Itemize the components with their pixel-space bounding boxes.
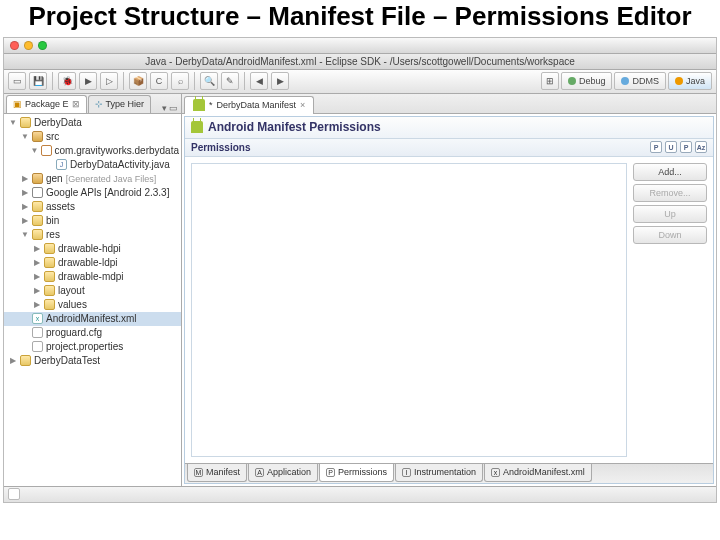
remove-button[interactable]: Remove... bbox=[633, 184, 707, 202]
tree-item-label: DerbyDataTest bbox=[34, 355, 100, 366]
permissions-section-header[interactable]: Permissions P U P Az bbox=[185, 139, 713, 157]
tab-package-explorer[interactable]: ▣ Package E ⊠ bbox=[6, 95, 87, 113]
tree-item[interactable]: ▼com.gravityworks.derbydata bbox=[4, 144, 181, 158]
nav-fwd-button[interactable]: ▶ bbox=[271, 72, 289, 90]
up-button[interactable]: Up bbox=[633, 205, 707, 223]
tree-item[interactable]: JDerbyDataActivity.java bbox=[4, 158, 181, 172]
tree-item[interactable]: ▶values bbox=[4, 298, 181, 312]
tree-item-label: gen bbox=[46, 173, 63, 184]
tree-item[interactable]: ▶drawable-hdpi bbox=[4, 242, 181, 256]
tree-item-label: src bbox=[46, 131, 59, 142]
tree-item-label: layout bbox=[58, 285, 85, 296]
proj-icon bbox=[20, 117, 31, 128]
tab-icon: M bbox=[194, 468, 203, 477]
editor-tab-manifest[interactable]: *DerbyData Manifest × bbox=[184, 96, 314, 114]
debug-button[interactable]: 🐞 bbox=[58, 72, 76, 90]
search-button[interactable]: 🔍 bbox=[200, 72, 218, 90]
tree-item-label: drawable-ldpi bbox=[58, 257, 117, 268]
tree-item[interactable]: ▶Google APIs [Android 2.3.3] bbox=[4, 186, 181, 200]
bottom-tab-permissions[interactable]: PPermissions bbox=[319, 464, 394, 482]
nav-back-button[interactable]: ◀ bbox=[250, 72, 268, 90]
project-tree[interactable]: ▼DerbyData▼src▼com.gravityworks.derbydat… bbox=[4, 114, 181, 486]
window-title: Java - DerbyData/AndroidManifest.xml - E… bbox=[4, 54, 716, 70]
disclosure-icon[interactable]: ▶ bbox=[21, 216, 29, 225]
annotation-button[interactable]: ✎ bbox=[221, 72, 239, 90]
view-menu-icon[interactable]: ▾ bbox=[162, 103, 167, 113]
minimize-icon[interactable] bbox=[24, 41, 33, 50]
sort-icon[interactable]: Az bbox=[695, 141, 707, 153]
disclosure-icon[interactable]: ▶ bbox=[33, 244, 41, 253]
zoom-icon[interactable] bbox=[38, 41, 47, 50]
save-button[interactable]: 💾 bbox=[29, 72, 47, 90]
close-icon[interactable] bbox=[10, 41, 19, 50]
tree-item[interactable]: ▶gen [Generated Java Files] bbox=[4, 172, 181, 186]
perspective-debug[interactable]: Debug bbox=[561, 72, 613, 90]
permissions-list[interactable] bbox=[191, 163, 627, 457]
disclosure-icon[interactable]: ▼ bbox=[21, 132, 29, 141]
bottom-tab-application[interactable]: AApplication bbox=[248, 464, 318, 482]
run-button[interactable]: ▶ bbox=[79, 72, 97, 90]
open-perspective-button[interactable]: ⊞ bbox=[541, 72, 559, 90]
disclosure-icon[interactable]: ▶ bbox=[21, 188, 29, 197]
tree-item[interactable]: proguard.cfg bbox=[4, 326, 181, 340]
new-package-button[interactable]: 📦 bbox=[129, 72, 147, 90]
android-icon bbox=[193, 99, 205, 111]
tree-item[interactable]: ▼src bbox=[4, 130, 181, 144]
folder-icon bbox=[44, 257, 55, 268]
tree-item-label: values bbox=[58, 299, 87, 310]
perspective-ddms[interactable]: DDMS bbox=[614, 72, 666, 90]
open-type-button[interactable]: ⌕ bbox=[171, 72, 189, 90]
disclosure-icon[interactable]: ▼ bbox=[31, 146, 39, 155]
disclosure-icon[interactable]: ▶ bbox=[33, 258, 41, 267]
tree-item-label: assets bbox=[46, 201, 75, 212]
tree-item[interactable]: xAndroidManifest.xml bbox=[4, 312, 181, 326]
tree-item[interactable]: ▶bin bbox=[4, 214, 181, 228]
disclosure-icon[interactable]: ▶ bbox=[33, 272, 41, 281]
minimize-view-icon[interactable]: ▭ bbox=[169, 103, 178, 113]
disclosure-icon[interactable]: ▶ bbox=[21, 202, 29, 211]
permission-icon[interactable]: P bbox=[650, 141, 662, 153]
bottom-tab-androidmanifest-xml[interactable]: xAndroidManifest.xml bbox=[484, 464, 592, 482]
proj-icon bbox=[20, 355, 31, 366]
permission-group-icon[interactable]: P bbox=[680, 141, 692, 153]
uses-permission-icon[interactable]: U bbox=[665, 141, 677, 153]
down-button[interactable]: Down bbox=[633, 226, 707, 244]
xml-icon: x bbox=[32, 313, 43, 324]
close-tab-icon[interactable]: × bbox=[300, 100, 305, 110]
disclosure-icon[interactable]: ▶ bbox=[21, 174, 29, 183]
tree-item[interactable]: ▶layout bbox=[4, 284, 181, 298]
new-button[interactable]: ▭ bbox=[8, 72, 26, 90]
folder-icon bbox=[44, 299, 55, 310]
tree-item[interactable]: project.properties bbox=[4, 340, 181, 354]
slide-title: Project Structure – Manifest File – Perm… bbox=[0, 0, 720, 37]
tab-icon: A bbox=[255, 468, 264, 477]
perspective-switcher: ⊞ Debug DDMS Java bbox=[541, 72, 712, 90]
disclosure-icon[interactable]: ▶ bbox=[33, 300, 41, 309]
perspective-java[interactable]: Java bbox=[668, 72, 712, 90]
tree-item[interactable]: ▼res bbox=[4, 228, 181, 242]
tree-item-label: drawable-hdpi bbox=[58, 243, 121, 254]
disclosure-icon[interactable]: ▶ bbox=[33, 286, 41, 295]
run-ext-button[interactable]: ▷ bbox=[100, 72, 118, 90]
add-button[interactable]: Add... bbox=[633, 163, 707, 181]
disclosure-icon[interactable]: ▶ bbox=[9, 356, 17, 365]
tree-item-label: Google APIs [Android 2.3.3] bbox=[46, 187, 169, 198]
tree-item[interactable]: ▶DerbyDataTest bbox=[4, 354, 181, 368]
disclosure-icon[interactable]: ▼ bbox=[21, 230, 29, 239]
disclosure-icon[interactable]: ▼ bbox=[9, 118, 17, 127]
tree-item[interactable]: ▶drawable-ldpi bbox=[4, 256, 181, 270]
bottom-tab-manifest[interactable]: MManifest bbox=[187, 464, 247, 482]
bottom-tab-instrumentation[interactable]: IInstrumentation bbox=[395, 464, 483, 482]
tree-item[interactable]: ▶drawable-mdpi bbox=[4, 270, 181, 284]
pkg-icon bbox=[41, 145, 51, 156]
main-toolbar: ▭ 💾 🐞 ▶ ▷ 📦 C ⌕ 🔍 ✎ ◀ ▶ ⊞ Debug DDMS bbox=[4, 70, 716, 94]
tree-item-label: project.properties bbox=[46, 341, 123, 352]
tab-type-hierarchy[interactable]: ⊹ Type Hier bbox=[88, 95, 152, 113]
tree-item-label: proguard.cfg bbox=[46, 327, 102, 338]
tree-item[interactable]: ▼DerbyData bbox=[4, 116, 181, 130]
new-class-button[interactable]: C bbox=[150, 72, 168, 90]
tree-item[interactable]: ▶assets bbox=[4, 200, 181, 214]
tree-item-label: AndroidManifest.xml bbox=[46, 313, 137, 324]
eclipse-window: Java - DerbyData/AndroidManifest.xml - E… bbox=[3, 37, 717, 503]
folder-icon bbox=[44, 271, 55, 282]
